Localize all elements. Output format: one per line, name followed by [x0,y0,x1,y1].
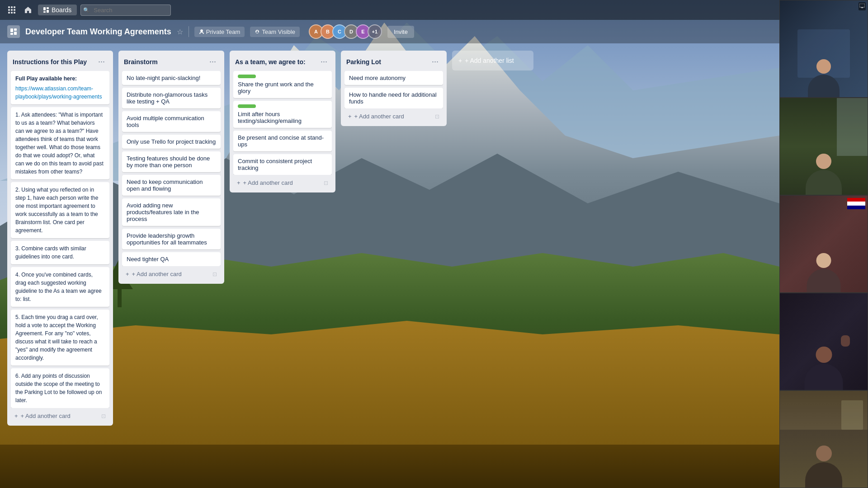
svg-rect-34 [14,32,17,35]
card-instructions-step1[interactable]: 1. Ask attendees: "What is important to … [11,107,109,179]
svg-rect-24 [43,7,46,10]
card-brainstorm-1[interactable]: Distribute non-glamorous tasks like test… [122,88,221,108]
list-title-parking: Parking Lot [346,58,429,66]
svg-rect-33 [10,33,13,35]
video-tile-2[interactable] [779,98,868,195]
list-title-instructions: Instructions for this Play [13,58,95,66]
card-team-2[interactable]: Be present and concise at stand-ups [233,131,332,151]
home-icon[interactable] [22,4,34,16]
board-icon [7,25,20,38]
list-header-instructions: Instructions for this Play ··· [11,54,109,71]
list-header-team: As a team, we agree to: ··· [233,54,332,71]
video-tile-5[interactable] [779,390,868,488]
svg-rect-23 [14,12,15,14]
list-title-team: As a team, we agree to: [235,58,318,66]
svg-rect-32 [14,28,17,31]
svg-rect-26 [43,11,46,13]
plus-icon: + [14,413,18,419]
member-avatars: A B C D E +1 [309,24,382,39]
card-brainstorm-4[interactable]: Testing features should be done by more … [122,151,221,172]
card-parking-1[interactable]: How to handle need for additional funds [344,88,443,108]
svg-rect-36 [861,7,863,8]
card-brainstorm-2[interactable]: Avoid multiple communication tools [122,111,221,132]
svg-rect-20 [14,9,15,11]
video-tile-3[interactable] [779,195,868,293]
svg-rect-16 [11,6,13,8]
add-card-button-team[interactable]: + + Add another card ⊡ [233,177,332,189]
card-brainstorm-0[interactable]: No late-night panic-slacking! [122,71,221,85]
card-instructions-step3[interactable]: 3. Combine cards with similar guidelines… [11,241,109,264]
divider [189,26,189,37]
card-brainstorm-5[interactable]: Need to keep communication open and flow… [122,175,221,196]
list-cards-parking: Need more autonomy How to handle need fo… [344,71,443,108]
card-label-green-1 [238,104,256,108]
svg-rect-31 [10,28,13,32]
invite-button[interactable]: Invite [387,26,414,38]
board-area: Instructions for this Play ··· Full Play… [0,43,779,488]
card-instructions-step2[interactable]: 2. Using what you reflected on in step 1… [11,182,109,238]
list-title-brainstorm: Brainstorm [124,58,207,66]
card-instructions-full-play[interactable]: Full Play available here: https://www.at… [11,71,109,104]
board-header: Developer Team Working Agreements ☆ Priv… [0,20,868,43]
list-menu-button-parking[interactable]: ··· [429,56,441,67]
archive-icon-team[interactable]: ⊡ [324,180,328,186]
boards-button[interactable]: Boards [38,5,77,15]
list-instructions: Instructions for this Play ··· Full Play… [7,51,113,426]
card-brainstorm-8[interactable]: Need tighter QA [122,252,221,266]
video-panel [779,0,868,488]
list-menu-button-brainstorm[interactable]: ··· [207,56,219,67]
card-team-0[interactable]: Share the grunt work and the glory [233,71,332,98]
svg-rect-27 [47,10,49,13]
svg-rect-19 [11,9,13,11]
board-scroll: Instructions for this Play ··· Full Play… [0,43,779,488]
plus-icon-parking: + [348,113,352,120]
search-input[interactable] [80,5,171,16]
archive-icon[interactable]: ⊡ [101,413,106,419]
board-title: Developer Team Working Agreements [25,27,171,37]
card-instructions-step4[interactable]: 4. Once you've combined cards, drag each… [11,267,109,307]
card-brainstorm-7[interactable]: Provide leadership growth opportunities … [122,229,221,249]
avatar-extra: +1 [368,24,382,39]
card-brainstorm-6[interactable]: Avoid adding new products/features late … [122,198,221,226]
add-card-button-instructions[interactable]: + + Add another card ⊡ [11,410,109,422]
svg-rect-22 [11,12,13,14]
card-label-green-0 [238,75,256,78]
list-parking-lot: Parking Lot ··· Need more autonomy How t… [341,51,447,126]
list-header-brainstorm: Brainstorm ··· [122,54,221,71]
team-visible-button[interactable]: Team Visible [250,27,299,37]
card-instructions-step5[interactable]: 5. Each time you drag a card over, hold … [11,310,109,366]
star-icon[interactable]: ☆ [177,28,183,36]
list-header-parking: Parking Lot ··· [344,54,443,71]
plus-icon-list: + [458,57,462,64]
svg-rect-35 [859,4,865,7]
grid-icon[interactable] [5,4,18,16]
screen-share-icon-1 [859,2,866,10]
archive-icon-parking[interactable]: ⊡ [435,113,439,120]
list-brainstorm: Brainstorm ··· No late-night panic-slack… [118,51,224,284]
list-menu-button-team[interactable]: ··· [318,56,330,67]
plus-icon-team: + [237,179,241,186]
list-cards-instructions: Full Play available here: https://www.at… [11,71,109,408]
svg-rect-18 [8,9,10,11]
svg-rect-21 [8,12,10,14]
search-wrapper [80,5,171,16]
list-menu-button-instructions[interactable]: ··· [95,56,108,67]
card-instructions-step6[interactable]: 6. Add any points of discussion outside … [11,368,109,408]
video-tile-4[interactable] [779,293,868,390]
add-card-button-brainstorm[interactable]: + + Add another card ⊡ [122,268,221,280]
video-tile-1[interactable] [779,0,868,98]
card-parking-0[interactable]: Need more autonomy [344,71,443,85]
list-cards-team: Share the grunt work and the glory Limit… [233,71,332,175]
list-cards-brainstorm: No late-night panic-slacking! Distribute… [122,71,221,266]
archive-icon-brainstorm[interactable]: ⊡ [212,271,217,277]
card-team-3[interactable]: Commit to consistent project tracking [233,154,332,175]
card-brainstorm-3[interactable]: Only use Trello for project tracking [122,135,221,149]
plus-icon-brainstorm: + [126,271,129,277]
list-as-a-team: As a team, we agree to: ··· Share the gr… [230,51,335,192]
top-navigation: Boards Trello U [0,0,868,20]
add-list-button[interactable]: + + Add another list [452,51,533,70]
svg-rect-17 [14,6,15,8]
card-team-1[interactable]: Limit after hours texting/slacking/email… [233,101,332,128]
add-card-button-parking[interactable]: + + Add another card ⊡ [344,110,443,122]
private-team-button[interactable]: Private Team [194,27,245,37]
